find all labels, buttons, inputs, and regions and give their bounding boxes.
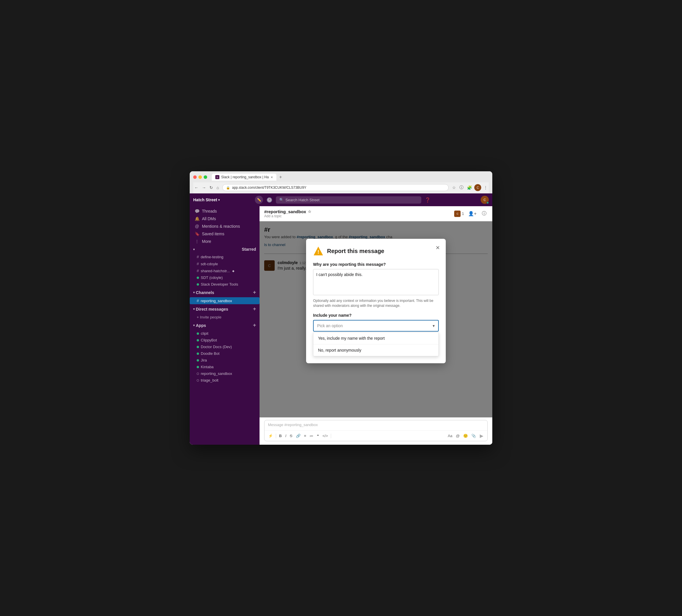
channel-topic[interactable]: Add a topic [264,214,311,218]
apps-label: Apps [196,323,206,328]
sidebar-item-slack-dev-tools[interactable]: Slack Developer Tools [190,281,259,288]
sidebar-item-jira[interactable]: Jira [190,357,259,363]
dms-section-header[interactable]: ▾ Direct messages + [190,304,259,314]
modal-close-button[interactable]: ✕ [434,243,441,252]
blockquote-button[interactable]: ❝ [315,432,320,439]
sidebar-item-kintaba[interactable]: Kintaba [190,363,259,370]
extensions-button[interactable]: 🧩 [466,185,473,190]
starred-section-header[interactable]: ▾ Starred [190,245,259,253]
active-tab[interactable]: S Slack | reporting_sandbox | Ha ✕ [212,174,276,181]
emoji-button[interactable]: 🙂 [462,432,469,439]
threads-icon: 💬 [195,209,200,213]
channel-info-button[interactable]: ⓘ [481,209,487,218]
tab-close-button[interactable]: ✕ [271,176,273,179]
option-yes[interactable]: Yes, include my name with the report [313,332,438,345]
app-clippybot-label: ClippyBot [201,338,217,342]
browser-address-bar: ← → ↻ ⌂ 🔒 app.slack.com/client/T9TK3CUKW… [193,182,489,193]
invite-people-button[interactable]: + Invite people [190,314,259,321]
modal-question: Why are you reporting this message? [313,262,439,267]
channel-title-area: #reporting_sandbox ☆ Add a topic [264,209,311,218]
link-button[interactable]: 🔗 [294,432,302,439]
app-status-dot [197,339,199,341]
compose-button[interactable]: ✏️ [255,196,263,204]
strikethrough-button[interactable]: S [288,432,294,439]
sidebar-item-sdt-cdoyle-dm[interactable]: SDT (cdoyle) [190,274,259,281]
code-button[interactable]: </> [321,432,329,439]
sidebar-item-clippybot[interactable]: ClippyBot [190,337,259,343]
user-status-dot [486,202,489,204]
apps-section-header[interactable]: ▾ Apps + [190,321,259,330]
report-reason-textarea[interactable] [313,269,439,295]
forward-button[interactable]: → [201,185,207,190]
member-count[interactable]: C 1 [454,211,464,217]
channel-star-icon[interactable]: ☆ [308,209,311,214]
list-button[interactable]: ≡ [302,432,308,439]
menu-button[interactable]: ⋮ [482,185,489,190]
search-icon: 🔍 [279,198,284,202]
sidebar-item-shared-hatchstr[interactable]: # shared-hatchstr... ◆ [190,267,259,274]
add-member-button[interactable]: 👤+ [467,210,478,217]
ordered-list-button[interactable]: ≔ [308,432,315,439]
all-dms-label: All DMs [202,216,216,221]
workspace-name[interactable]: Hatch Street ▾ [193,197,220,202]
message-input-placeholder: Message #reporting_sandbox [268,423,318,427]
info-button[interactable]: ⓘ [458,184,465,191]
history-back-button[interactable]: 🕐 [265,196,273,204]
address-box[interactable]: 🔒 app.slack.com/client/T9TK3CUKW/CLS73BU… [222,184,449,191]
maximize-window-button[interactable] [204,175,207,179]
sidebar-item-clipit[interactable]: clipit [190,330,259,337]
italic-button[interactable]: I [284,432,288,439]
dm-slack-dev-tools-label: Slack Developer Tools [201,282,238,286]
refresh-button[interactable]: ↻ [208,185,214,190]
add-channel-button[interactable]: + [253,289,256,295]
user-photo[interactable]: C [481,196,489,204]
browser-chrome: S Slack | reporting_sandbox | Ha ✕ + ← →… [190,171,492,193]
add-app-button[interactable]: + [253,322,256,328]
sidebar-item-sdt-cdoyle[interactable]: # sdt-cdoyle [190,260,259,267]
option-no[interactable]: No, report anonymously [313,345,438,356]
new-tab-button[interactable]: + [278,174,284,180]
bold-button[interactable]: B [278,432,283,439]
include-name-select[interactable]: Pick an option ▾ [313,320,439,332]
dropdown-options: Yes, include my name with the report No,… [313,332,439,356]
sidebar-item-saved[interactable]: 🔖 Saved items [190,230,259,238]
message-input-box: Message #reporting_sandbox ⚡ B I S 🔗 ≡ ≔ [264,420,487,441]
dms-chevron: ▾ [193,307,195,311]
minimize-window-button[interactable] [199,175,202,179]
sidebar-item-doodle-bot[interactable]: Doodle Bot [190,350,259,357]
channel-shared-hatchstr-label: shared-hatchstr... [201,269,230,273]
attachment-button[interactable]: 📎 [470,432,477,439]
workspace-chevron-icon: ▾ [218,198,220,202]
modal-overlay[interactable]: ! Report this message ✕ Why are you repo… [259,221,492,417]
sidebar-item-doctor-docs[interactable]: Doctor Docs (Dev) [190,343,259,350]
app-reporting-sandbox-label: reporting_sandbox [201,372,232,376]
bookmark-button[interactable]: ☆ [451,185,457,190]
sidebar-item-all-dms[interactable]: 🔔 All DMs [190,215,259,222]
lightning-bolt-button[interactable]: ⚡ [267,432,274,439]
send-button[interactable]: ▶ [478,432,485,440]
mention-button[interactable]: @ [454,432,461,439]
message-input-field[interactable]: Message #reporting_sandbox [265,420,487,431]
sidebar-item-threads[interactable]: 💬 Threads [190,207,259,215]
modal-title: Report this message [327,248,384,255]
format-button[interactable]: Aa [446,432,454,439]
sidebar-item-mentions[interactable]: @ Mentions & reactions [190,222,259,230]
home-button[interactable]: ⌂ [215,185,220,190]
sidebar-item-reporting-sandbox-app[interactable]: reporting_sandbox [190,370,259,377]
add-dm-button[interactable]: + [253,306,256,312]
back-button[interactable]: ← [193,185,200,190]
app-jira-label: Jira [201,358,207,362]
sidebar-item-more[interactable]: ⋮ More [190,238,259,245]
app-status-dot [197,359,199,361]
help-button[interactable]: ❓ [424,196,432,204]
mentions-icon: @ [195,224,200,229]
sidebar-item-define-testing[interactable]: # define-testing [190,253,259,260]
channel-hash-icon: # [197,261,199,266]
channels-section-header[interactable]: ▾ Channels + [190,288,259,297]
browser-user-avatar[interactable]: C [474,184,481,191]
sidebar-item-reporting-sandbox[interactable]: # reporting_sandbox [190,297,259,304]
topbar-right: C [481,196,489,204]
search-bar[interactable]: 🔍 Search Hatch Street [276,196,421,204]
sidebar-item-triage-bolt[interactable]: triage_bolt [190,377,259,384]
close-window-button[interactable] [193,175,197,179]
